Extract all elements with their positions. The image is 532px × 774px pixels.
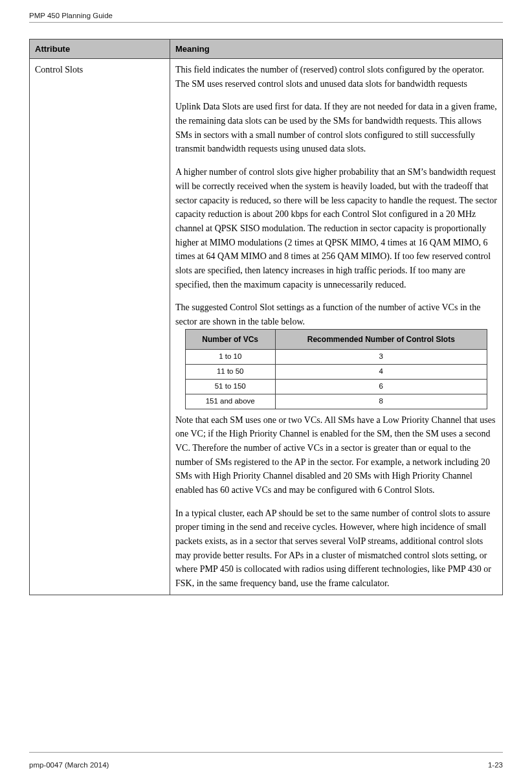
- footer-left: pmp-0047 (March 2014): [29, 761, 109, 769]
- inner-cell-slots: 3: [275, 350, 487, 365]
- attribute-meaning-table: Attribute Meaning Control Slots This fie…: [29, 39, 503, 595]
- footer-right: 1-23: [488, 761, 503, 769]
- meaning-cell: This field indicates the number of (rese…: [170, 59, 503, 595]
- inner-cell-vcs: 51 to 150: [185, 379, 275, 394]
- inner-cell-slots: 6: [275, 379, 487, 394]
- attribute-cell: Control Slots: [30, 59, 170, 595]
- table-row: Control Slots This field indicates the n…: [30, 59, 503, 595]
- paragraph-intro: This field indicates the number of (rese…: [175, 63, 497, 91]
- paragraph-cluster: In a typical cluster, each AP should be …: [175, 507, 497, 591]
- inner-cell-slots: 4: [275, 365, 487, 380]
- control-slots-recommendation-table: Number of VCs Recommended Number of Cont…: [185, 329, 487, 409]
- inner-table-row: 11 to 50 4: [185, 365, 487, 380]
- inner-header-slots: Recommended Number of Control Slots: [275, 329, 487, 350]
- paragraph-uplink: Uplink Data Slots are used first for dat…: [175, 100, 497, 156]
- footer-divider: [29, 752, 503, 753]
- paragraph-suggested: The suggested Control Slot settings as a…: [175, 301, 497, 328]
- header-divider: [29, 22, 503, 23]
- inner-table-row: 151 and above 8: [185, 394, 487, 409]
- inner-cell-vcs: 11 to 50: [185, 365, 275, 380]
- page-footer: pmp-0047 (March 2014) 1-23: [29, 761, 503, 769]
- inner-cell-slots: 8: [275, 394, 487, 409]
- inner-table-row: 1 to 10 3: [185, 350, 487, 365]
- column-header-attribute: Attribute: [30, 40, 170, 59]
- page-header: PMP 450 Planning Guide: [29, 12, 503, 19]
- paragraph-note: Note that each SM uses one or two VCs. A…: [175, 413, 497, 497]
- inner-cell-vcs: 1 to 10: [185, 350, 275, 365]
- column-header-meaning: Meaning: [170, 40, 503, 59]
- paragraph-capacity: A higher number of control slots give hi…: [175, 165, 497, 291]
- inner-cell-vcs: 151 and above: [185, 394, 275, 409]
- inner-header-vcs: Number of VCs: [185, 329, 275, 350]
- inner-table-row: 51 to 150 6: [185, 379, 487, 394]
